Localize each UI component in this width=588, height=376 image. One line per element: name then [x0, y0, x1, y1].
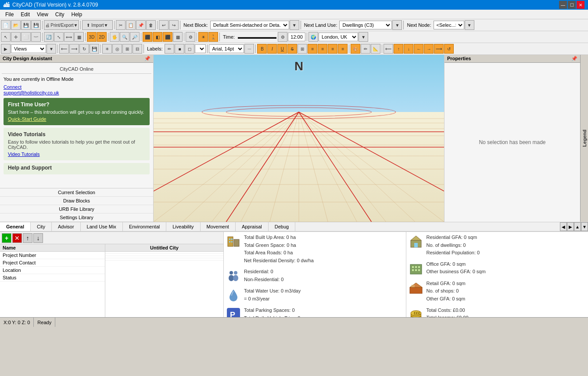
zoom-out[interactable]: 🔎 [130, 32, 140, 42]
row-location[interactable]: Location [0, 267, 105, 274]
menu-file[interactable]: File [2, 11, 17, 18]
location-expand[interactable]: ▼ [359, 32, 368, 42]
mirror-tool[interactable]: ⟺ [64, 32, 74, 42]
cut-button[interactable]: ✂ [116, 20, 125, 30]
ortho-btn[interactable]: ⊟ [133, 44, 142, 54]
tab-scroll-down[interactable]: ▼ [581, 222, 588, 231]
connect-link[interactable]: Connect [4, 84, 150, 90]
print-button[interactable]: 🖨 Print/Export▼ [44, 20, 79, 30]
tab-liveability[interactable]: Liveability [166, 222, 200, 231]
pan-tool[interactable]: 🖐 [110, 32, 119, 42]
snap-btn[interactable]: ✳ [102, 44, 112, 54]
next-block-expand[interactable]: ▼ [290, 20, 299, 30]
edit-label-btn[interactable]: ✏ [361, 44, 370, 54]
move-down-button[interactable]: ↓ [33, 233, 43, 243]
tab-land-use-mix[interactable]: Land Use Mix [81, 222, 123, 231]
select-tool[interactable]: ↖ [1, 32, 11, 42]
dim-btn[interactable]: 📐 [371, 44, 380, 54]
views-combo[interactable]: Views [11, 44, 46, 53]
next-node-combo[interactable]: <Selec...> [434, 21, 464, 29]
refresh-btn[interactable]: ↻ [79, 44, 89, 54]
zoom-in[interactable]: 🔍 [120, 32, 129, 42]
draw-block[interactable]: ⬜ [21, 32, 31, 42]
row-project-contact[interactable]: Project Contact [0, 259, 105, 267]
undo-button[interactable]: ↩ [159, 20, 169, 30]
label-hide-btn[interactable]: ◻ [185, 44, 194, 54]
tab-advisor[interactable]: Advisor [52, 222, 81, 231]
view-btn-2[interactable]: ◧ [153, 32, 162, 42]
nav-urb-library[interactable]: URB File Library [0, 205, 153, 213]
minimize-button[interactable]: — [559, 1, 567, 9]
save-button[interactable]: 💾 [21, 20, 31, 30]
3d-view[interactable]: 3D [87, 32, 97, 42]
paste-button[interactable]: 📌 [136, 20, 146, 30]
tab-appraisal[interactable]: Appraisal [236, 222, 269, 231]
view-btn-1[interactable]: ⬛ [143, 32, 152, 42]
menu-edit[interactable]: Edit [17, 11, 33, 18]
tab-movement[interactable]: Movement [201, 222, 236, 231]
tab-scroll-right[interactable]: ▶ [567, 222, 574, 231]
move-tool[interactable]: ✛ [11, 32, 21, 42]
views-expand[interactable]: ▼ [47, 44, 56, 54]
location-combo[interactable]: London, UK [319, 33, 358, 41]
maximize-button[interactable]: ☐ [568, 1, 576, 9]
grid-canvas[interactable] [154, 55, 444, 222]
font-combo[interactable]: Arial, 14pt [209, 44, 244, 53]
next-block-combo[interactable]: Default Semi-detached or Deta... [210, 21, 289, 29]
label-align2[interactable]: ≡ [318, 44, 327, 54]
time-input[interactable] [288, 33, 305, 41]
settings-btn[interactable]: ⚙ [186, 32, 195, 42]
tab-debug[interactable]: Debug [269, 222, 295, 231]
time-set[interactable]: ⚙ [278, 32, 287, 42]
nav-back[interactable]: ⟵ [384, 44, 393, 54]
align-btn[interactable]: ◎ [112, 44, 122, 54]
row-val-4[interactable] [105, 258, 223, 260]
move-up-button[interactable]: ↑ [23, 233, 32, 243]
label-b4[interactable]: S̶ [287, 44, 297, 54]
quick-start-link[interactable]: Quick-Start Guide [8, 116, 46, 122]
nav-left[interactable]: ← [414, 44, 423, 54]
next-land-expand[interactable]: ▼ [392, 20, 402, 30]
tab-city[interactable]: City [31, 222, 52, 231]
grid-btn[interactable]: ⊞ [122, 44, 132, 54]
scale-tool[interactable]: ⤡ [54, 32, 64, 42]
add-row-button[interactable]: + [2, 233, 11, 243]
view-rotate[interactable]: ↺ [444, 44, 454, 54]
nav-draw-blocks[interactable]: Draw Blocks [0, 197, 153, 205]
label-b3[interactable]: U [277, 44, 287, 54]
canvas-area[interactable]: N [154, 55, 444, 222]
menu-view[interactable]: View [33, 11, 52, 18]
open-button[interactable]: 📂 [11, 20, 21, 30]
tab-environmental[interactable]: Environmental [123, 222, 166, 231]
sun-btn[interactable]: ☀ [198, 32, 208, 42]
label-type-combo[interactable]: ▼ [195, 44, 206, 53]
location-icon[interactable]: 🌍 [308, 32, 318, 42]
label-align3[interactable]: ≡ [328, 44, 337, 54]
view-btn-4[interactable]: ▦ [173, 32, 183, 42]
rotate-tool[interactable]: 🔄 [44, 32, 54, 42]
nav-down[interactable]: ↓ [404, 44, 413, 54]
support-email-link[interactable]: support@holisticcity.co.uk [4, 90, 150, 95]
remove-row-button[interactable]: ✕ [12, 233, 22, 243]
label-b2[interactable]: I [267, 44, 277, 54]
next-land-use-combo[interactable]: Dwellings (C3) [339, 21, 392, 29]
tab-general[interactable]: General [0, 222, 31, 231]
title-bar-controls[interactable]: — ☐ ✕ [559, 1, 584, 9]
next-node-expand[interactable]: ▼ [465, 20, 474, 30]
nav-up[interactable]: ↑ [394, 44, 403, 54]
label-align4[interactable]: ≡ [338, 44, 348, 54]
video-link[interactable]: Video Tutorials [8, 152, 40, 157]
label-edit-btn[interactable]: ✏ [165, 44, 174, 54]
nav-right[interactable]: → [424, 44, 434, 54]
label-grid[interactable]: ⊞ [298, 44, 307, 54]
draw-road[interactable]: 〰 [31, 32, 41, 42]
label-align1[interactable]: ≡ [308, 44, 317, 54]
walk-btn[interactable]: 🚶 [208, 32, 218, 42]
close-button[interactable]: ✕ [577, 1, 584, 9]
delete-button[interactable]: 🗑 [146, 20, 156, 30]
save-view-btn[interactable]: 💾 [90, 44, 99, 54]
view-btn-3[interactable]: ⬛ [163, 32, 172, 42]
fwd-btn[interactable]: ⟶ [69, 44, 79, 54]
import-button[interactable]: ⬆ Import▼ [82, 20, 113, 30]
nav-current-selection[interactable]: Current Selection [0, 188, 153, 197]
